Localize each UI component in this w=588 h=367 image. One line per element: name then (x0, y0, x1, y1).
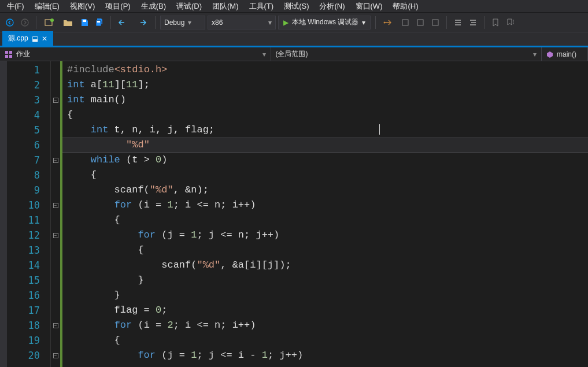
fold-toggle[interactable]: − (53, 203, 58, 208)
redo-button[interactable] (134, 16, 150, 29)
scope-bar: 作业 ▾ (全局范围) ▾ main() (0, 47, 588, 61)
code-line[interactable]: for (j = 1; j <= i - 1; j++) (67, 348, 588, 363)
svg-rect-9 (432, 20, 438, 25)
config-dropdown[interactable]: Debug ▾ (160, 16, 205, 29)
svg-point-1 (21, 19, 28, 26)
chevron-down-icon: ▾ (533, 50, 537, 58)
svg-point-0 (6, 19, 13, 26)
menu-item[interactable]: 牛(F) (2, 0, 29, 13)
text-caret (379, 124, 380, 135)
menu-item[interactable]: 分析(N) (315, 0, 349, 13)
close-icon[interactable]: ✕ (42, 35, 47, 43)
separator (36, 16, 36, 29)
indent-button[interactable] (452, 16, 464, 29)
project-scope-label: 作业 (16, 49, 30, 59)
svg-rect-11 (9, 51, 12, 54)
global-scope-dropdown[interactable]: (全局范围) ▾ (271, 47, 542, 61)
svg-rect-5 (97, 21, 100, 23)
code-line[interactable]: int t, n, i, j, flag; (67, 123, 588, 138)
separator (446, 16, 447, 29)
code-line[interactable]: scanf("%d", &n); (67, 183, 588, 198)
code-line[interactable]: { (67, 107, 588, 123)
bookmark-button[interactable] (489, 16, 502, 29)
code-area[interactable]: #include<stdio.h>int a[11][11];int main(… (62, 61, 588, 367)
play-icon: ▶ (283, 18, 289, 27)
menu-item[interactable]: 窗口(W) (351, 0, 387, 13)
chevron-down-icon: ▾ (268, 18, 272, 27)
code-line[interactable]: flag = 0; (67, 303, 588, 318)
separator (484, 16, 485, 29)
svg-rect-10 (5, 51, 8, 54)
svg-rect-13 (9, 55, 12, 58)
menu-bar: 牛(F)编辑(E)视图(V)项目(P)生成(B)调试(D)团队(M)工具(T)测… (0, 0, 588, 13)
svg-rect-4 (83, 20, 86, 22)
grid-icon (5, 50, 13, 58)
chevron-down-icon: ▾ (262, 50, 266, 58)
bookmark-list-button[interactable] (504, 16, 517, 29)
code-line[interactable]: while (t > 0) (67, 153, 588, 168)
code-line[interactable]: } (67, 273, 588, 288)
code-line[interactable]: { (67, 243, 588, 258)
function-scope-dropdown[interactable]: main() (542, 47, 588, 61)
open-file-button[interactable] (61, 16, 76, 29)
platform-label: x86 (212, 18, 223, 27)
menu-item[interactable]: 团队(M) (208, 0, 243, 13)
fold-toggle[interactable]: − (53, 158, 58, 163)
svg-point-6 (384, 21, 386, 23)
menu-item[interactable]: 工具(T) (245, 0, 279, 13)
new-project-button[interactable] (41, 16, 58, 29)
run-label: 本地 Windows 调试器 (292, 17, 358, 27)
code-line[interactable]: scanf("%d", &a[i][j]); (67, 258, 588, 273)
menu-item[interactable]: 项目(P) (101, 0, 135, 13)
code-line[interactable]: #include<stdio.h> (67, 62, 588, 77)
code-line[interactable]: for (i = 1; i <= n; i++) (67, 198, 588, 213)
code-line[interactable]: } (67, 288, 588, 303)
fold-column[interactable]: −−−−−− (51, 61, 60, 367)
code-editor[interactable]: 1234567891011121314151617181920 −−−−−− #… (0, 61, 588, 367)
menu-item[interactable]: 调试(D) (172, 0, 206, 13)
tab-source-cpp[interactable]: 源.cpp ⬓ ✕ (2, 31, 53, 46)
function-scope-label: main() (557, 50, 576, 58)
toolbox-button-1[interactable] (399, 16, 412, 29)
fold-toggle[interactable]: − (53, 233, 58, 238)
separator (375, 16, 376, 29)
code-line[interactable]: for (j = 1; j <= n; j++) (67, 228, 588, 243)
tool-bar: Debug ▾ x86 ▾ ▶ 本地 Windows 调试器 ▾ (0, 13, 588, 32)
menu-item[interactable]: 测试(S) (279, 0, 313, 13)
cube-icon (546, 51, 553, 58)
nav-forward-button[interactable] (19, 16, 31, 29)
code-line[interactable]: int main() (67, 92, 588, 107)
undo-button[interactable] (116, 16, 132, 29)
menu-item[interactable]: 生成(B) (136, 0, 171, 13)
svg-rect-12 (5, 55, 8, 58)
code-line[interactable]: { (67, 213, 588, 228)
menu-item[interactable]: 编辑(E) (30, 0, 64, 13)
run-debugger-button[interactable]: ▶ 本地 Windows 调试器 ▾ (278, 16, 371, 29)
fold-toggle[interactable]: − (53, 353, 58, 358)
step-button[interactable] (380, 16, 397, 29)
breakpoint-margin[interactable] (0, 61, 7, 367)
menu-item[interactable]: 视图(V) (65, 0, 99, 13)
code-line[interactable]: for (i = 2; i <= n; i++) (67, 318, 588, 333)
line-number-gutter: 1234567891011121314151617181920 (7, 61, 51, 367)
menu-item[interactable]: 帮助(H) (388, 0, 423, 13)
save-button[interactable] (78, 16, 91, 29)
code-line[interactable]: { (67, 168, 588, 183)
chevron-down-icon: ▾ (362, 18, 365, 27)
outdent-button[interactable] (467, 16, 479, 29)
chevron-down-icon: ▾ (188, 18, 191, 27)
config-label: Debug (164, 18, 184, 27)
save-all-button[interactable] (93, 16, 106, 29)
svg-point-3 (50, 18, 54, 22)
code-line[interactable]: int a[11][11]; (67, 77, 588, 92)
fold-toggle[interactable]: − (53, 98, 58, 103)
fold-toggle[interactable]: − (53, 323, 58, 328)
project-scope-dropdown[interactable]: 作业 ▾ (0, 47, 271, 61)
nav-back-button[interactable] (3, 16, 16, 29)
toolbox-button-2[interactable] (414, 16, 427, 29)
toolbox-button-3[interactable] (429, 16, 442, 29)
code-line[interactable]: { (67, 333, 588, 348)
pin-icon[interactable]: ⬓ (32, 35, 38, 43)
svg-rect-8 (417, 20, 423, 25)
platform-dropdown[interactable]: x86 ▾ (208, 16, 276, 29)
